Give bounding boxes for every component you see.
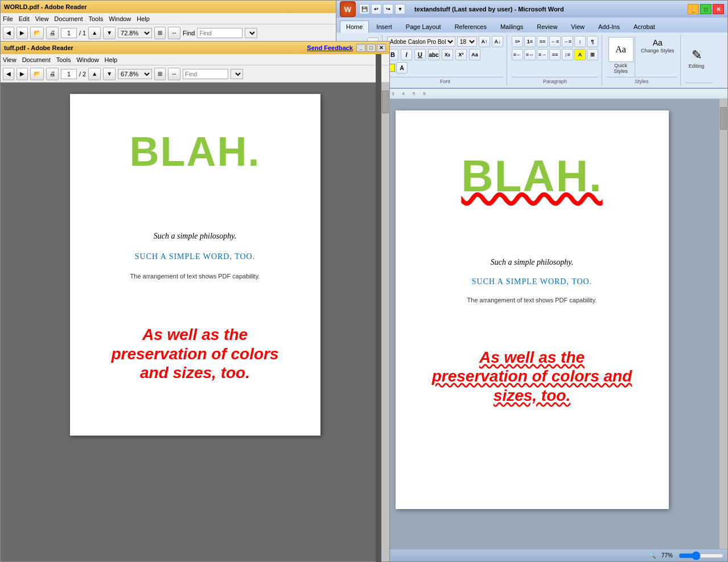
increase-indent-btn[interactable]: →≡ — [562, 36, 573, 47]
line-spacing-btn[interactable]: ↕≡ — [562, 49, 573, 60]
quick-access-toolbar: 💾 ↩ ↪ ▼ — [359, 4, 405, 14]
menu-document-front[interactable]: Document — [22, 56, 51, 63]
menu-window-front[interactable]: Window — [76, 56, 98, 63]
page-input[interactable] — [61, 28, 77, 38]
shrink-font-btn[interactable]: A↓ — [492, 36, 503, 47]
maximize-btn[interactable]: □ — [367, 44, 376, 52]
back-btn[interactable]: ◀ — [3, 27, 14, 39]
front-fit-width[interactable]: ↔ — [168, 68, 180, 80]
fit-page[interactable]: ⊞ — [154, 27, 166, 39]
close-btn[interactable]: ✕ — [377, 44, 386, 52]
redo-qa-btn[interactable]: ↪ — [383, 4, 393, 14]
scrollbar-front-thumb[interactable] — [382, 91, 389, 113]
word-page[interactable]: BLAH. Such a simple philosophy. SUCH A S… — [396, 110, 669, 509]
quick-styles-label: Quick Styles — [609, 63, 632, 75]
tab-insert[interactable]: Insert — [370, 20, 398, 32]
adobe-front-title: tuff.pdf - Adobe Reader — [4, 44, 73, 51]
word-scrollbar-thumb[interactable] — [720, 107, 727, 130]
save-qa-btn[interactable]: 💾 — [359, 4, 369, 14]
front-find-options[interactable] — [231, 69, 243, 79]
tab-mailings[interactable]: Mailings — [494, 20, 529, 32]
pdf-front-blah: BLAH. — [130, 128, 261, 175]
minimize-btn[interactable]: _ — [356, 44, 365, 52]
fit-width[interactable]: ↔ — [168, 27, 180, 39]
border-btn[interactable]: ⊞ — [587, 49, 598, 60]
menu-tools-front[interactable]: Tools — [56, 56, 71, 63]
word-ruler: 1 2 3 4 5 6 — [336, 89, 727, 99]
front-prev-page[interactable]: ▲ — [88, 68, 101, 80]
grow-font-btn[interactable]: A↑ — [479, 36, 490, 47]
text-color-btn[interactable]: A — [396, 62, 408, 73]
menu-file[interactable]: File — [3, 15, 13, 22]
menu-edit[interactable]: Edit — [19, 15, 30, 22]
menu-tools[interactable]: Tools — [89, 15, 104, 22]
front-page-input[interactable] — [61, 69, 77, 79]
italic-btn[interactable]: I — [401, 49, 412, 60]
menu-document[interactable]: Document — [54, 15, 83, 22]
next-page[interactable]: ▼ — [103, 27, 116, 39]
subscript-btn[interactable]: X₂ — [442, 49, 453, 60]
change-styles-btn[interactable]: Aa Change Styles — [639, 36, 677, 56]
font-name-select[interactable]: Adobe Caslon Pro Bold — [387, 36, 455, 47]
dropdown-qa-btn[interactable]: ▼ — [395, 4, 405, 14]
front-print-btn[interactable]: 🖨 — [46, 68, 59, 80]
open-btn[interactable]: 📂 — [30, 27, 44, 39]
zoom-slider[interactable] — [678, 552, 724, 560]
strikethrough-btn[interactable]: abc — [428, 49, 439, 60]
front-forward-btn[interactable]: ▶ — [17, 68, 28, 80]
front-open-btn[interactable]: 📂 — [30, 68, 44, 80]
show-hide-btn[interactable]: ¶ — [587, 36, 598, 47]
underline-btn[interactable]: U — [414, 49, 426, 60]
front-zoom-select[interactable]: 67.8% — [118, 69, 152, 79]
print-btn[interactable]: 🖨 — [46, 27, 59, 39]
align-left-btn[interactable]: ≡← — [512, 49, 523, 60]
zoom-select[interactable]: 72.8% — [118, 28, 152, 38]
undo-qa-btn[interactable]: ↩ — [371, 4, 381, 14]
editing-btn[interactable]: ✎ Editing — [685, 46, 708, 72]
tab-review[interactable]: Review — [530, 20, 564, 32]
justify-btn[interactable]: ≡≡ — [549, 49, 561, 60]
window-splitter[interactable] — [376, 54, 381, 562]
superscript-btn[interactable]: X² — [455, 49, 467, 60]
forward-btn[interactable]: ▶ — [17, 27, 28, 39]
menu-window[interactable]: Window — [109, 15, 131, 22]
tab-home[interactable]: Home — [340, 20, 369, 33]
clear-format-btn[interactable]: Aa — [469, 49, 480, 60]
scrollbar-front[interactable] — [381, 83, 389, 561]
align-right-btn[interactable]: ≡→ — [537, 49, 548, 60]
word-scrollbar[interactable] — [719, 99, 727, 549]
front-back-btn[interactable]: ◀ — [3, 68, 14, 80]
tab-acrobat[interactable]: Acrobat — [627, 20, 661, 32]
office-button[interactable]: W — [340, 1, 356, 17]
fill-color-btn[interactable]: A — [574, 49, 586, 60]
pdf-front-simple-philosophy: Such a simple philosophy. — [154, 232, 236, 241]
bullets-btn[interactable]: ≡• — [512, 36, 523, 47]
tab-view[interactable]: View — [565, 20, 591, 32]
front-next-page[interactable]: ▼ — [103, 68, 116, 80]
word-close[interactable]: ✕ — [713, 4, 724, 14]
find-options[interactable] — [245, 28, 257, 38]
tab-addins[interactable]: Add-Ins — [592, 20, 626, 32]
decrease-indent-btn[interactable]: ←≡ — [549, 36, 561, 47]
tab-page-layout[interactable]: Page Layout — [400, 20, 447, 32]
word-minimize[interactable]: _ — [688, 4, 699, 14]
menu-help-front[interactable]: Help — [105, 56, 118, 63]
font-size-select[interactable]: 18 — [457, 36, 477, 47]
align-center-btn[interactable]: ≡↔ — [524, 49, 536, 60]
styles-group: Aa Quick Styles Aa Change Styles Styles — [603, 35, 681, 85]
menu-view[interactable]: View — [35, 15, 49, 22]
sort-btn[interactable]: ↕ — [574, 36, 586, 47]
multilevel-btn[interactable]: ≡≡ — [537, 36, 548, 47]
front-fit-page[interactable]: ⊞ — [154, 68, 166, 80]
front-find-input[interactable] — [183, 69, 228, 79]
tab-references[interactable]: References — [449, 20, 493, 32]
word-maximize[interactable]: □ — [700, 4, 711, 14]
find-input[interactable] — [197, 28, 242, 38]
adobe-front-send-feedback[interactable]: Send Feedback — [307, 44, 353, 51]
adobe-titlebar-front: tuff.pdf - Adobe Reader Send Feedback _ … — [1, 42, 389, 54]
menu-help[interactable]: Help — [137, 15, 150, 22]
menu-view-front[interactable]: View — [3, 56, 17, 63]
quick-styles-area: Aa Quick Styles — [607, 36, 635, 76]
numbering-btn[interactable]: 1≡ — [524, 36, 536, 47]
prev-page[interactable]: ▲ — [88, 27, 101, 39]
